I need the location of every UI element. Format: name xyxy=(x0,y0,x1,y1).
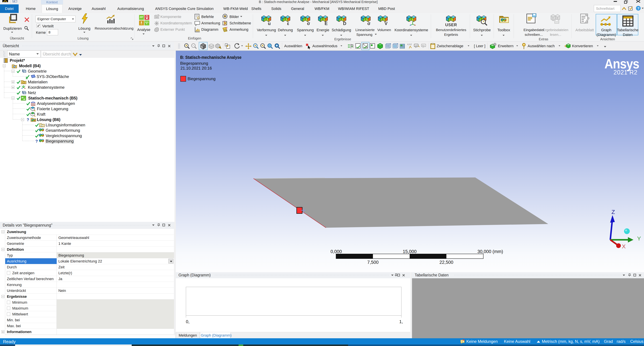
svg-text:Abc: Abc xyxy=(422,45,425,47)
svg-text:0: 0 xyxy=(462,340,463,342)
svg-text:C: C xyxy=(197,16,200,20)
svg-text:Z: Z xyxy=(612,209,615,215)
svg-text:100: 100 xyxy=(415,45,418,47)
svg-text:?: ? xyxy=(637,7,640,10)
svg-text:Y: Y xyxy=(637,235,641,242)
svg-text:Abc: Abc xyxy=(224,29,227,31)
svg-text:i: i xyxy=(41,124,42,126)
svg-text:X: X xyxy=(622,243,626,250)
svg-text:X,Y,Z: X,Y,Z xyxy=(407,43,412,45)
